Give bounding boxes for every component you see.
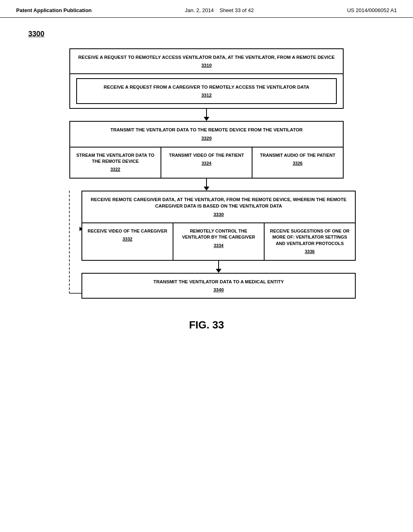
box-3324-id: 3324: [165, 160, 248, 166]
box-3310-text: RECEIVE A REQUEST TO REMOTELY ACCESS VEN…: [78, 55, 335, 60]
box-3322: STREAM THE VENTILATOR DATA TO THE REMOTE…: [70, 148, 161, 178]
box-3332: RECEIVE VIDEO OF THE CAREGIVER 3332: [82, 223, 173, 260]
box-3312-id: 3312: [85, 92, 328, 98]
box-3326: TRANSMIT AUDIO OF THE PATIENT 3326: [252, 148, 343, 178]
box-3340-text: TRANSMIT THE VENTILATOR DATA TO A MEDICA…: [153, 279, 284, 284]
box-3324-text: TRANSMIT VIDEO OF THE PATIENT: [169, 153, 244, 158]
sheet-info: Sheet 33 of 42: [220, 7, 254, 13]
box-3324: TRANSMIT VIDEO OF THE PATIENT 3324: [161, 148, 252, 178]
box-3330-content: RECEIVE REMOTE CAREGIVER DATA, AT THE VE…: [81, 191, 356, 299]
box-3336-id: 3336: [269, 249, 351, 255]
box-3320-outer: TRANSMIT THE VENTILATOR DATA TO THE REMO…: [69, 121, 344, 178]
arrow-2: [204, 179, 209, 191]
box-3330-outer: RECEIVE REMOTE CAREGIVER DATA, AT THE VE…: [81, 191, 356, 261]
box-3320-header: TRANSMIT THE VENTILATOR DATA TO THE REMO…: [70, 122, 343, 146]
box-3310-id: 3310: [78, 62, 335, 69]
date-sheet: Jan. 2, 2014 Sheet 33 of 42: [185, 7, 254, 13]
flowchart: RECEIVE A REQUEST TO REMOTELY ACCESS VEN…: [24, 48, 389, 299]
box-3326-text: TRANSMIT AUDIO OF THE PATIENT: [260, 153, 336, 158]
publication-label: Patent Application Publication: [16, 7, 92, 13]
arrow-1: [204, 109, 209, 121]
page-header: Patent Application Publication Jan. 2, 2…: [0, 0, 413, 18]
box-3330-region: RECEIVE REMOTE CAREGIVER DATA, AT THE VE…: [57, 191, 356, 299]
box-3336-text: RECEIVE SUGGESTIONS OF ONE OR MORE OF: V…: [270, 229, 350, 246]
box-3312-text: RECEIVE A REQUEST FROM A CAREGIVER TO RE…: [104, 85, 309, 89]
box-3320-text: TRANSMIT THE VENTILATOR DATA TO THE REMO…: [111, 127, 303, 132]
box-3320-subrow: STREAM THE VENTILATOR DATA TO THE REMOTE…: [70, 147, 343, 178]
box-3330-subrow: RECEIVE VIDEO OF THE CAREGIVER 3332 REMO…: [82, 222, 355, 260]
arrow-3: [81, 261, 356, 273]
date: Jan. 2, 2014: [185, 7, 214, 13]
box-3326-id: 3326: [257, 160, 339, 166]
box-3334: REMOTELY CONTROL THE VENTILATOR BY THE C…: [173, 223, 265, 260]
fig-label: FIG. 33: [24, 319, 389, 331]
box-3320-id: 3320: [78, 135, 335, 141]
box-3334-text: REMOTELY CONTROL THE VENTILATOR BY THE C…: [182, 229, 255, 239]
box-3332-id: 3332: [86, 236, 169, 242]
main-content: 3300 RECEIVE A REQUEST TO REMOTELY ACCES…: [0, 18, 413, 347]
diagram-title: 3300: [28, 30, 389, 38]
box-3330-text: RECEIVE REMOTE CAREGIVER DATA, AT THE VE…: [91, 197, 346, 208]
box-3340-id: 3340: [90, 287, 347, 293]
box-3322-id: 3322: [74, 166, 156, 172]
box-3312-container: RECEIVE A REQUEST FROM A CAREGIVER TO RE…: [69, 74, 344, 109]
svg-marker-2: [79, 227, 81, 231]
box-3322-text: STREAM THE VENTILATOR DATA TO THE REMOTE…: [76, 153, 154, 164]
box-3336: RECEIVE SUGGESTIONS OF ONE OR MORE OF: V…: [265, 223, 355, 260]
box-3340: TRANSMIT THE VENTILATOR DATA TO A MEDICA…: [81, 273, 356, 299]
box-3334-id: 3334: [177, 243, 260, 249]
box-3330-header: RECEIVE REMOTE CAREGIVER DATA, AT THE VE…: [82, 191, 355, 222]
box-3332-text: RECEIVE VIDEO OF THE CAREGIVER: [88, 229, 167, 233]
patent-number: US 2014/0006052 A1: [347, 7, 397, 13]
dashed-loop-svg: [57, 191, 81, 299]
box-3330-id: 3330: [90, 211, 347, 218]
box-3312: RECEIVE A REQUEST FROM A CAREGIVER TO RE…: [76, 78, 337, 104]
box-3310: RECEIVE A REQUEST TO REMOTELY ACCESS VEN…: [69, 48, 344, 74]
